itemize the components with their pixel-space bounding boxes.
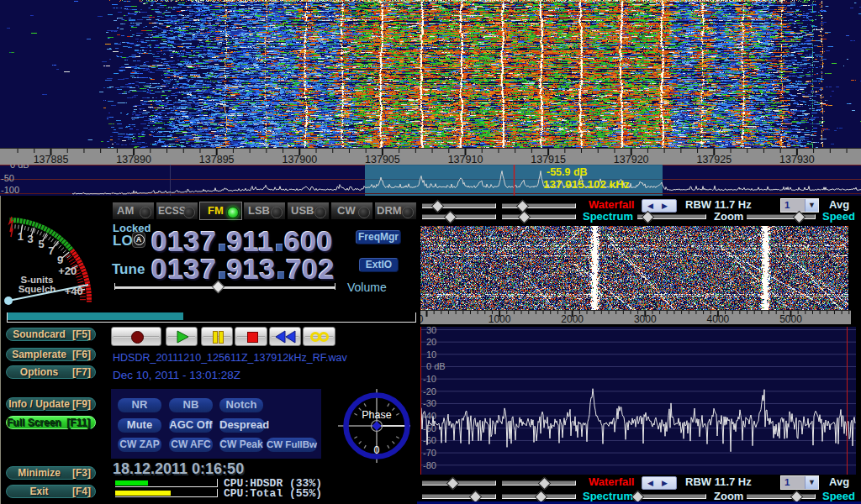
svg-text:1: 1 (18, 230, 24, 243)
svg-text:137885: 137885 (34, 154, 69, 165)
svg-text:20: 20 (426, 337, 436, 347)
svg-text:137905: 137905 (365, 154, 400, 165)
svg-text:137930: 137930 (779, 154, 815, 165)
svg-text:4000: 4000 (707, 313, 730, 324)
svg-text:5: 5 (39, 238, 45, 250)
svg-text:-10: -10 (423, 374, 436, 384)
svg-text:7: 7 (48, 244, 54, 257)
svg-text:5000: 5000 (779, 313, 802, 324)
svg-text:0 dB: 0 dB (426, 361, 446, 371)
svg-text:137890: 137890 (116, 154, 151, 165)
svg-text:-55.9 dB: -55.9 dB (547, 166, 588, 178)
svg-text:-30: -30 (423, 398, 436, 408)
svg-text:1000: 1000 (489, 313, 511, 324)
svg-text:137920: 137920 (614, 154, 649, 165)
svg-text:2000: 2000 (561, 313, 584, 324)
svg-text:0 dB: 0 dB (10, 165, 29, 170)
svg-text:10: 10 (426, 349, 436, 360)
svg-text:0: 0 (374, 444, 380, 456)
svg-text:137.915.102 kHz: 137.915.102 kHz (543, 178, 630, 191)
svg-text:-70: -70 (423, 448, 436, 458)
svg-text:-100: -100 (1, 185, 19, 195)
svg-text:-20: -20 (423, 386, 436, 396)
svg-text:137895: 137895 (199, 154, 235, 165)
svg-text:+20: +20 (58, 265, 77, 277)
svg-text:30: 30 (426, 327, 436, 335)
svg-text:3000: 3000 (634, 313, 657, 324)
svg-text:137900: 137900 (282, 154, 317, 165)
svg-text:137910: 137910 (448, 154, 483, 165)
svg-text:-50: -50 (1, 173, 14, 183)
svg-text:Phase: Phase (362, 409, 391, 421)
svg-text:-80: -80 (423, 460, 436, 470)
svg-text:137915: 137915 (531, 154, 566, 165)
svg-text:-60: -60 (423, 435, 436, 445)
svg-text:137925: 137925 (696, 154, 732, 165)
svg-text:0: 0 (420, 313, 424, 324)
svg-text:3: 3 (28, 233, 34, 245)
